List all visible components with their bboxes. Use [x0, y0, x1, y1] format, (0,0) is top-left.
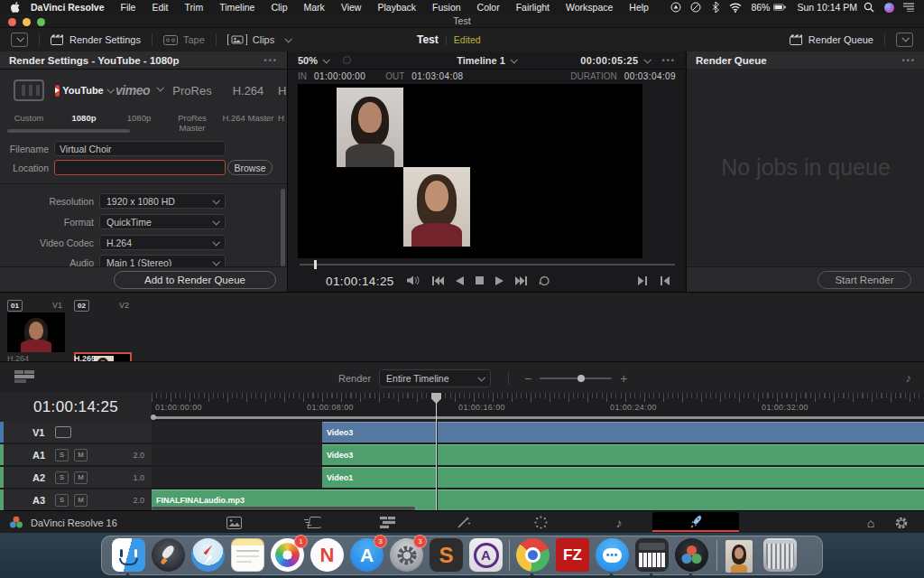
track-header-a1[interactable]: A1 S M 2.0 — [0, 444, 152, 465]
dock-safari-icon[interactable] — [191, 538, 225, 572]
clip-audio-a3-segment2[interactable] — [438, 489, 924, 510]
preset-vimeo[interactable]: vimeo 1080p — [116, 79, 162, 123]
siri-icon[interactable] — [882, 2, 895, 13]
video-codec-dropdown[interactable]: H.264 — [99, 235, 226, 250]
menu-workspace[interactable]: Workspace — [566, 2, 613, 13]
playhead-line[interactable] — [436, 402, 437, 510]
project-settings-gear-button[interactable] — [890, 513, 913, 533]
mute-button-a1[interactable]: M — [74, 449, 88, 461]
clip-video3-v1-segment2[interactable] — [438, 422, 924, 443]
dock-system-preferences-icon[interactable]: 3 — [390, 538, 423, 572]
audio-mixer-icon[interactable]: ♪ — [906, 371, 912, 385]
render-queue-tab[interactable]: Render Queue — [779, 28, 884, 51]
timeline-zoom-slider[interactable] — [540, 378, 612, 379]
dock-davinci-resolve-icon[interactable] — [675, 538, 708, 572]
page-cut[interactable] — [300, 513, 324, 533]
page-fairlight[interactable]: ♪ — [607, 513, 631, 533]
timeline-ruler[interactable]: 01:00:00:00 01:00:08:00 01:00:16:00 01:0… — [152, 393, 924, 415]
zoom-out-button[interactable]: − — [524, 371, 531, 386]
job-1-thumbnail[interactable] — [7, 312, 65, 352]
dock-sublime-text-icon[interactable]: S — [430, 538, 463, 572]
mute-button-a2[interactable]: M — [74, 471, 88, 484]
tape-tab[interactable]: Tape — [152, 28, 216, 51]
track-header-a3[interactable]: A3 S M 2.0 — [0, 489, 152, 510]
dock-photo-document-icon[interactable] — [725, 540, 753, 573]
zoom-slider-thumb[interactable] — [578, 375, 585, 382]
play-to-in-button[interactable] — [661, 276, 670, 285]
go-to-start-button[interactable] — [432, 276, 444, 285]
zoom-in-button[interactable]: + — [620, 371, 627, 386]
dock-notes-icon[interactable] — [231, 538, 264, 572]
viewer-scrubber-track[interactable] — [300, 264, 675, 266]
home-button[interactable]: ⌂ — [859, 513, 882, 533]
preset-h264[interactable]: H.264 H.264 Master — [222, 79, 274, 123]
page-edit[interactable] — [375, 513, 399, 533]
dock-messages-icon[interactable]: ••• — [596, 538, 629, 572]
page-deliver-active[interactable] — [652, 512, 739, 532]
panel-toggle-right-button[interactable] — [896, 33, 913, 47]
preset-h265-partial[interactable]: H H — [278, 79, 288, 123]
viewer-options-menu[interactable]: ••• — [662, 56, 676, 65]
loop-playback-button[interactable] — [539, 275, 550, 285]
play-to-out-button[interactable] — [638, 276, 647, 285]
format-dropdown[interactable]: QuickTime — [99, 214, 226, 229]
airplay-status-icon[interactable] — [670, 2, 682, 13]
menu-edit[interactable]: Edit — [152, 2, 168, 13]
viewer-clip-timecode-dropdown[interactable]: 00:00:05:25 — [580, 55, 649, 66]
wifi-icon[interactable] — [729, 2, 742, 13]
render-settings-options-menu[interactable]: ••• — [264, 56, 278, 65]
filename-input[interactable] — [54, 141, 226, 156]
add-to-render-queue-button[interactable]: Add to Render Queue — [114, 271, 276, 289]
solo-button-a2[interactable]: S — [55, 471, 69, 484]
timeline-scroll-handle[interactable] — [151, 415, 156, 420]
render-settings-tab[interactable]: Render Settings — [40, 28, 152, 51]
page-color[interactable] — [529, 513, 552, 533]
menu-playback[interactable]: Playback — [377, 2, 416, 13]
viewer-zoom-dropdown[interactable]: 50% — [298, 55, 328, 66]
audio-mute-icon[interactable] — [407, 275, 420, 285]
clip-video3-v1-segment1[interactable]: Video3 — [322, 422, 436, 443]
timeline-scroll-line[interactable] — [152, 416, 924, 419]
preset-youtube[interactable]: YouTube 1080p — [56, 79, 112, 123]
menu-view[interactable]: View — [341, 2, 362, 13]
go-to-end-button[interactable] — [515, 276, 527, 285]
spotlight-search-icon[interactable] — [863, 2, 875, 13]
menu-timeline[interactable]: Timeline — [219, 2, 254, 13]
clip-video3-a1-segment1[interactable]: Video3 — [322, 444, 436, 465]
dock-finder-icon[interactable] — [112, 538, 145, 572]
menu-color[interactable]: Color — [477, 2, 500, 13]
menu-app-name[interactable]: DaVinci Resolve — [31, 2, 105, 13]
menu-help[interactable]: Help — [629, 2, 649, 13]
preset-strip-scrollbar[interactable] — [7, 129, 130, 133]
browse-button[interactable]: Browse — [227, 160, 273, 175]
dock-audio-app-icon[interactable]: A — [469, 538, 503, 572]
track-header-a2[interactable]: A2 S M 1.0 — [0, 467, 152, 488]
notification-center-icon[interactable] — [902, 2, 915, 13]
menu-fusion[interactable]: Fusion — [432, 2, 461, 13]
render-mode-dropdown[interactable]: Entire Timeline — [379, 369, 491, 387]
dock-chrome-icon[interactable] — [516, 538, 550, 572]
dock-filezilla-icon[interactable]: FZ — [556, 538, 589, 572]
page-fusion[interactable] — [452, 513, 476, 533]
solo-button-a1[interactable]: S — [55, 449, 69, 461]
dock-photos-icon[interactable]: 1 — [271, 538, 304, 572]
dock-midi-keyboard-icon[interactable] — [635, 538, 669, 572]
clip-video3-a1-segment2[interactable] — [438, 444, 924, 465]
start-render-button[interactable]: Start Render — [818, 271, 911, 289]
dock-news-icon[interactable]: N — [310, 538, 344, 572]
menu-trim[interactable]: Trim — [185, 2, 204, 13]
resolution-dropdown[interactable]: 1920 x 1080 HD — [99, 193, 226, 209]
preset-prores[interactable]: ProRes ProRes Master — [166, 79, 218, 133]
bluetooth-icon[interactable] — [709, 2, 722, 13]
menu-bar-clock[interactable]: Sun 10:14 PM — [797, 2, 857, 13]
play-button[interactable] — [495, 276, 504, 285]
mute-button-a3[interactable]: M — [74, 494, 88, 507]
play-reverse-button[interactable] — [456, 276, 464, 285]
preset-custom[interactable]: Custom — [5, 79, 52, 123]
viewer-scrubber-playhead[interactable] — [314, 260, 317, 269]
location-input[interactable] — [54, 160, 226, 175]
track-header-v1[interactable]: V1 — [0, 422, 152, 443]
render-settings-scrollbar[interactable] — [281, 189, 285, 266]
menu-mark[interactable]: Mark — [304, 2, 325, 13]
clip-video1-a2-segment2[interactable] — [438, 467, 924, 488]
